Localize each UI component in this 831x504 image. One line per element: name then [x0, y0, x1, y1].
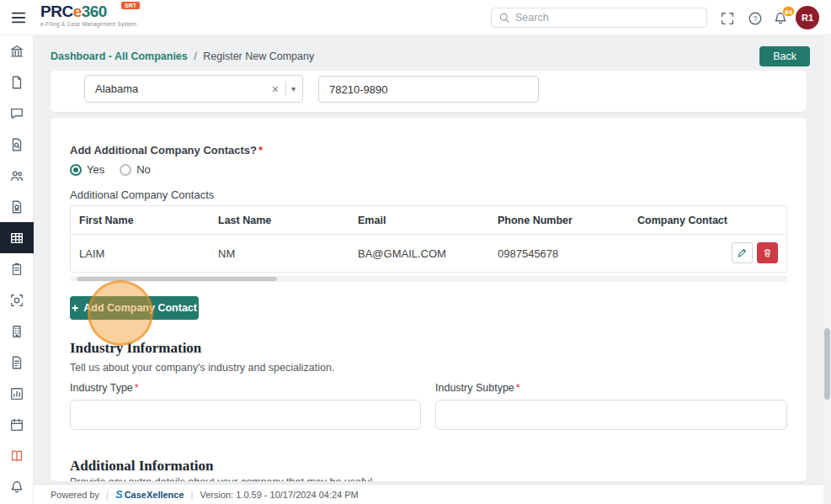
- required-asterisk: *: [258, 144, 263, 157]
- table-row: LAIM NM BA@GMAIL.COM 0987545678: [71, 235, 786, 272]
- state-select-value: Alabama: [95, 82, 267, 95]
- radio-option-yes[interactable]: Yes: [70, 163, 104, 176]
- casexellence-brand: S CaseXellence: [115, 488, 184, 501]
- file-badge-icon: [9, 199, 24, 215]
- industry-subtype-label: Industry Subtype*: [435, 382, 520, 394]
- srt-badge: SRT: [121, 2, 140, 9]
- state-select[interactable]: Alabama × ▾: [84, 75, 303, 103]
- address-card: Alabama × ▾: [51, 71, 807, 112]
- breadcrumb-link[interactable]: Dashboard - All Companies: [51, 50, 188, 62]
- cell-last-name: NM: [210, 247, 349, 260]
- table-horizontal-scrollbar[interactable]: [70, 276, 787, 282]
- bank-icon: [9, 44, 24, 59]
- sidebar-item-reports[interactable]: [0, 347, 34, 378]
- industry-subtype-label-text: Industry Subtype: [435, 382, 514, 394]
- cell-email: BA@GMAIL.COM: [349, 247, 489, 260]
- header-first-name: First Name: [71, 215, 210, 226]
- sidebar-item-scan[interactable]: [0, 284, 34, 316]
- industry-type-label-text: Industry Type: [70, 382, 133, 394]
- edit-contact-button[interactable]: [732, 242, 753, 263]
- delete-contact-button[interactable]: [757, 242, 778, 263]
- select-divider: [285, 82, 286, 97]
- building-icon: [9, 324, 24, 339]
- topbar: PRCe360 e-Filing & Case Management Syste…: [0, 0, 831, 35]
- sidebar-item-building[interactable]: [0, 316, 34, 347]
- bell-icon: [9, 480, 24, 495]
- sidebar-item-certificates[interactable]: [0, 191, 34, 222]
- add-company-contact-label: Add Company Contact: [83, 302, 197, 314]
- contacts-question-text: Add Additional Company Contacts?: [70, 144, 257, 157]
- contacts-question-label: Add Additional Company Contacts?*: [70, 144, 263, 157]
- hamburger-menu-icon[interactable]: [10, 10, 27, 25]
- required-asterisk: *: [135, 382, 139, 394]
- back-button[interactable]: Back: [759, 46, 810, 66]
- notifications-bell-icon[interactable]: 84: [773, 11, 788, 26]
- radio-option-no[interactable]: No: [120, 163, 151, 176]
- file-search-icon: [9, 137, 24, 152]
- notification-count-badge: 84: [782, 6, 795, 17]
- additional-section-subtitle: Provide any extra details about your com…: [70, 476, 376, 481]
- footer-divider: |: [191, 490, 194, 500]
- vertical-scrollbar-thumb[interactable]: [824, 328, 830, 400]
- sidebar-nav: [0, 35, 34, 504]
- svg-text:?: ?: [753, 14, 757, 23]
- sidebar-item-calendar[interactable]: [0, 409, 34, 440]
- sidebar-item-messages[interactable]: [0, 98, 34, 129]
- sidebar-item-tasks[interactable]: [0, 253, 34, 284]
- vertical-scrollbar[interactable]: [823, 35, 831, 504]
- breadcrumb-separator: /: [194, 50, 196, 62]
- sidebar-item-notifications[interactable]: [0, 471, 34, 502]
- contacts-radio-group: Yes No: [70, 163, 151, 176]
- pencil-icon: [737, 247, 748, 258]
- sidebar-item-library[interactable]: [0, 440, 34, 471]
- logo-text-prc: PRC: [40, 3, 73, 20]
- sidebar-item-documents[interactable]: [0, 66, 34, 98]
- add-company-contact-button[interactable]: + Add Company Contact: [70, 296, 199, 320]
- header-phone-number: Phone Number: [489, 215, 629, 226]
- clear-icon[interactable]: ×: [267, 82, 284, 96]
- sidebar-item-dashboard[interactable]: [0, 35, 34, 66]
- industry-type-label: Industry Type*: [70, 382, 139, 394]
- header-last-name: Last Name: [210, 215, 349, 226]
- clipboard-icon: [9, 262, 24, 277]
- fullscreen-icon[interactable]: [720, 11, 735, 26]
- powered-by-label: Powered by: [51, 490, 99, 500]
- radio-yes-label: Yes: [87, 163, 104, 176]
- zip-code-input[interactable]: [318, 76, 539, 103]
- header-company-contact: Company Contact: [629, 215, 786, 226]
- register-form-card: Add Additional Company Contacts?* Yes No…: [51, 118, 807, 481]
- brand-case-text: Case: [125, 490, 146, 500]
- trash-icon: [762, 247, 773, 258]
- radio-yes-control[interactable]: [70, 164, 82, 176]
- radio-no-control[interactable]: [120, 164, 131, 176]
- bar-chart-icon: [9, 386, 24, 401]
- user-avatar[interactable]: R1: [796, 6, 819, 29]
- breadcrumb-current: Register New Company: [203, 50, 314, 62]
- global-search[interactable]: [491, 8, 707, 28]
- breadcrumb: Dashboard - All Companies / Register New…: [51, 50, 314, 62]
- industry-subtype-input[interactable]: [435, 400, 787, 430]
- row-actions: [732, 242, 778, 263]
- sidebar-item-companies[interactable]: [0, 222, 34, 253]
- book-icon: [9, 448, 24, 464]
- industry-section-subtitle: Tell us about your company's industry an…: [70, 362, 334, 374]
- industry-type-input[interactable]: [70, 400, 421, 430]
- cell-first-name: LAIM: [71, 247, 210, 260]
- file-icon: [9, 75, 24, 90]
- plus-icon: +: [72, 301, 78, 315]
- logo-text-e: e: [73, 3, 82, 20]
- chat-icon: [9, 106, 24, 121]
- scan-search-icon: [9, 293, 24, 308]
- chevron-down-icon[interactable]: ▾: [291, 84, 296, 93]
- search-input[interactable]: [515, 12, 700, 24]
- table-scrollbar-thumb[interactable]: [77, 277, 277, 281]
- grid-table-icon: [9, 231, 24, 246]
- help-icon[interactable]: ?: [748, 11, 763, 26]
- sidebar-item-users[interactable]: [0, 160, 34, 191]
- sidebar-item-analytics[interactable]: [0, 378, 34, 409]
- version-text: Version: 1.0.59 - 10/17/2024 04:24 PM: [200, 490, 358, 500]
- footer-divider: |: [106, 490, 109, 500]
- sidebar-item-file-search[interactable]: [0, 129, 34, 160]
- industry-section-title: Industry Information: [70, 340, 201, 357]
- additional-section-title: Additional Information: [70, 458, 214, 475]
